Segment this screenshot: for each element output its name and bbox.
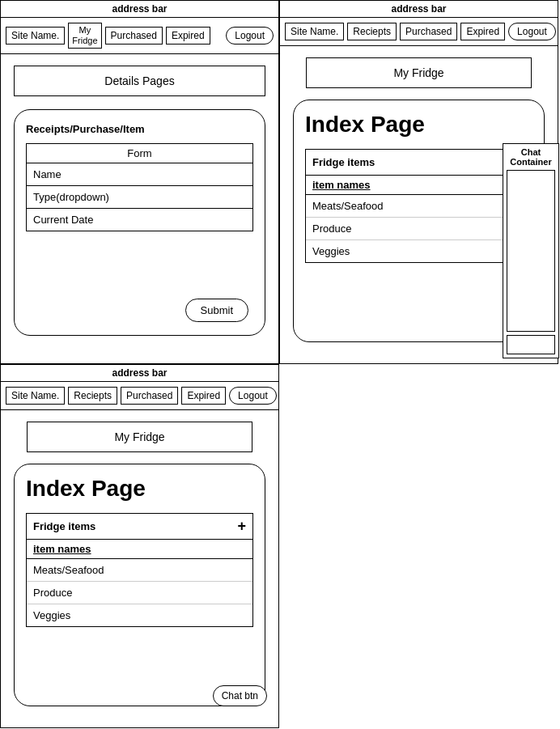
- receipt-container: Receipts/Purchase/Item Form Name Type(dr…: [14, 109, 265, 336]
- add-fridge-item-icon-bl[interactable]: +: [237, 518, 246, 535]
- purchased-nav-btn[interactable]: Purchased: [105, 27, 163, 45]
- address-bar-label: address bar: [112, 3, 167, 15]
- purchased-nav-btn-tr[interactable]: Purchased: [400, 23, 457, 40]
- bottom-left-panel: address bar Site Name. Reciepts Purchase…: [0, 364, 279, 728]
- address-bar-top-left: address bar: [1, 1, 278, 18]
- fridge-item-row[interactable]: Veggies: [306, 240, 532, 262]
- site-name-top-right: Site Name.: [285, 23, 344, 40]
- index-title-tr: Index Page: [305, 112, 532, 138]
- fridge-table-header-tr: Fridge items +: [306, 150, 532, 176]
- chat-messages-box[interactable]: [507, 170, 555, 332]
- fridge-item-row-bl-2[interactable]: Produce: [27, 582, 252, 604]
- logout-nav-btn[interactable]: Logout: [226, 27, 274, 45]
- col-header-label-tr: item names: [312, 179, 371, 191]
- address-bar-bottom-left: address bar: [1, 365, 278, 382]
- address-bar-label-bl: address bar: [112, 367, 167, 379]
- fridge-item-row[interactable]: Meats/Seafood: [306, 195, 532, 218]
- form-field-name[interactable]: Name: [27, 163, 252, 186]
- fridge-col-header-bl: item names: [27, 540, 252, 559]
- nav-bar-top-left: Site Name. My Fridge Purchased Expired L…: [1, 18, 278, 54]
- fridge-items-label-bl: Fridge items: [33, 520, 95, 532]
- fridge-table-tr: Fridge items + item names Meats/Seafood …: [305, 149, 532, 263]
- top-left-body: Details Pages Receipts/Purchase/Item For…: [1, 54, 278, 347]
- details-pages-btn[interactable]: Details Pages: [14, 66, 265, 96]
- fridge-table-header-bl: Fridge items +: [27, 514, 252, 540]
- form-field-date: Current Date: [27, 209, 252, 231]
- nav-bar-top-right: Site Name. Reciepts Purchased Expired Lo…: [280, 18, 558, 46]
- expired-nav-btn-tr[interactable]: Expired: [460, 23, 505, 40]
- receipts-nav-btn-bl[interactable]: Reciepts: [68, 387, 117, 405]
- index-container-bl: Index Page Fridge items + item names Mea…: [14, 464, 265, 706]
- fridge-item-row-bl-1[interactable]: Meats/Seafood: [27, 559, 252, 582]
- expired-nav-btn[interactable]: Expired: [166, 27, 210, 45]
- top-left-panel: address bar Site Name. My Fridge Purchas…: [0, 0, 279, 364]
- bottom-left-body: My Fridge Index Page Fridge items + item…: [1, 410, 278, 718]
- my-fridge-btn-tr[interactable]: My Fridge: [306, 57, 532, 88]
- fridge-col-header-tr: item names: [306, 176, 532, 195]
- top-right-body: My Fridge Index Page Fridge items + item…: [280, 46, 558, 354]
- chat-btn[interactable]: Chat btn: [213, 685, 267, 706]
- form-header: Form: [27, 144, 252, 163]
- fridge-table-bl: Fridge items + item names Meats/Seafood …: [26, 513, 253, 627]
- my-fridge-btn-bl[interactable]: My Fridge: [27, 422, 253, 452]
- nav-bar-bottom-left: Site Name. Reciepts Purchased Expired Lo…: [1, 382, 278, 410]
- form-field-type[interactable]: Type(dropdown): [27, 186, 252, 209]
- chat-container-label: Chat Container: [507, 147, 555, 167]
- fridge-items-label-tr: Fridge items: [312, 156, 375, 168]
- top-right-panel: address bar Site Name. Reciepts Purchase…: [279, 0, 558, 364]
- logout-nav-btn-tr[interactable]: Logout: [508, 23, 556, 40]
- index-title-bl: Index Page: [26, 476, 253, 502]
- chat-container: Chat Container: [503, 143, 559, 358]
- expired-nav-btn-bl[interactable]: Expired: [181, 387, 226, 405]
- form-inner: Form Name Type(dropdown) Current Date: [26, 143, 253, 231]
- chat-input-box[interactable]: [507, 335, 555, 354]
- my-fridge-nav-btn[interactable]: My Fridge: [68, 23, 101, 49]
- submit-btn[interactable]: Submit: [185, 299, 248, 322]
- site-name-top-left: Site Name.: [6, 27, 65, 45]
- address-bar-top-right: address bar: [280, 1, 558, 18]
- site-name-bottom-left: Site Name.: [6, 387, 65, 405]
- fridge-item-row[interactable]: Produce: [306, 218, 532, 240]
- receipt-title: Receipts/Purchase/Item: [26, 123, 253, 135]
- fridge-item-row-bl-3[interactable]: Veggies: [27, 604, 252, 626]
- receipts-nav-btn-tr[interactable]: Reciepts: [347, 23, 397, 40]
- col-header-label-bl: item names: [33, 543, 91, 555]
- logout-nav-btn-bl[interactable]: Logout: [229, 387, 277, 405]
- purchased-nav-btn-bl[interactable]: Purchased: [121, 387, 178, 405]
- address-bar-label-right: address bar: [391, 3, 446, 15]
